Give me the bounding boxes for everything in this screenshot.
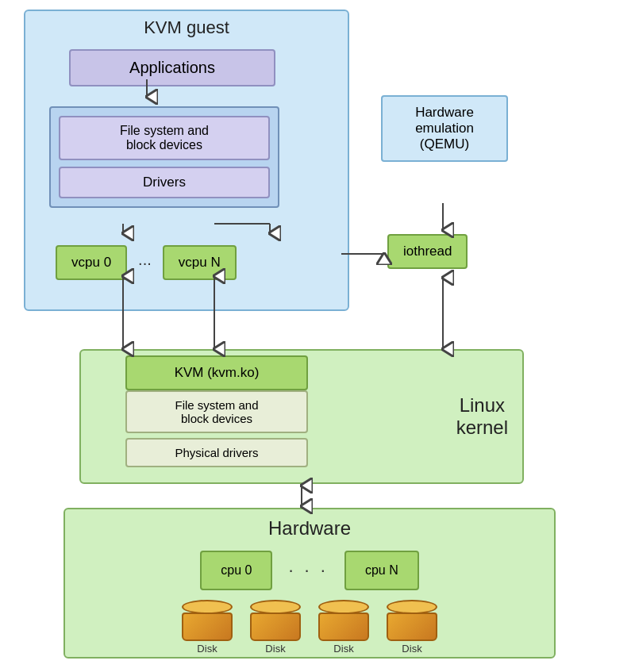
phys-drivers-box: Physical drivers: [125, 438, 308, 467]
cpuN-label: cpu N: [365, 563, 398, 577]
kvm-guest-box: KVM guest Applications File system andbl…: [24, 10, 349, 311]
disk-3-body: [318, 612, 369, 641]
cpuN-box: cpu N: [344, 551, 419, 590]
disk-1-body: [182, 612, 233, 641]
hw-emulation-label: Hardwareemulation(QEMU): [415, 105, 474, 152]
disk-2-top: [250, 600, 301, 614]
guest-fs-block-box: File system andblock devices: [59, 116, 270, 160]
vcpu0-label: vcpu 0: [71, 255, 111, 270]
disk-1: Disk: [182, 600, 233, 655]
vcpu-dots: ···: [133, 254, 156, 272]
vcpuN-box: vcpu N: [163, 245, 237, 280]
diagram: KVM guest Applications File system andbl…: [0, 0, 635, 672]
kvm-ko-label: KVM (kvm.ko): [175, 365, 260, 380]
iothread-label: iothread: [403, 244, 452, 259]
disk-4: Disk: [387, 600, 437, 655]
vcpu0-box: vcpu 0: [56, 245, 127, 280]
disk-3-label: Disk: [333, 643, 353, 655]
hw-emulation-box: Hardwareemulation(QEMU): [381, 95, 508, 162]
kernel-inner: File system andblock devices Physical dr…: [125, 390, 308, 467]
kvm-guest-title: KVM guest: [25, 11, 348, 41]
vcpu-row: vcpu 0 ··· vcpu N: [56, 245, 237, 280]
kernel-fs-label: File system andblock devices: [175, 398, 258, 425]
disk-4-body: [387, 612, 437, 641]
disk-4-label: Disk: [402, 643, 421, 655]
disk-1-label: Disk: [197, 643, 217, 655]
hardware-title: Hardware: [65, 509, 554, 544]
vcpuN-label: vcpu N: [179, 255, 221, 270]
disk-2-label: Disk: [265, 643, 285, 655]
disk-4-top: [387, 600, 437, 614]
iothread-box: iothread: [387, 234, 468, 269]
kernel-fs-box: File system andblock devices: [125, 390, 308, 433]
disk-row: Disk Disk Disk Disk: [65, 600, 554, 655]
cpu0-box: cpu 0: [200, 551, 272, 590]
hardware-box: Hardware cpu 0 · · · cpu N Disk Disk: [64, 508, 556, 659]
applications-label: Applications: [129, 59, 215, 76]
disk-3: Disk: [318, 600, 369, 655]
applications-box: Applications: [69, 49, 275, 86]
disk-2: Disk: [250, 600, 301, 655]
cpu-dots: · · ·: [288, 560, 329, 581]
disk-1-top: [182, 600, 233, 614]
phys-drivers-label: Physical drivers: [175, 446, 258, 459]
guest-fs-label: File system andblock devices: [120, 124, 209, 152]
disk-3-top: [318, 600, 369, 614]
kvm-ko-box: KVM (kvm.ko): [125, 355, 308, 390]
drivers-label: Drivers: [143, 175, 186, 190]
cpu0-label: cpu 0: [221, 563, 252, 577]
linux-kernel-title: Linuxkernel: [456, 394, 508, 439]
inner-blue-box: File system andblock devices Drivers: [49, 106, 279, 208]
drivers-box: Drivers: [59, 167, 270, 198]
cpu-row: cpu 0 · · · cpu N: [65, 551, 554, 590]
disk-2-body: [250, 612, 301, 641]
